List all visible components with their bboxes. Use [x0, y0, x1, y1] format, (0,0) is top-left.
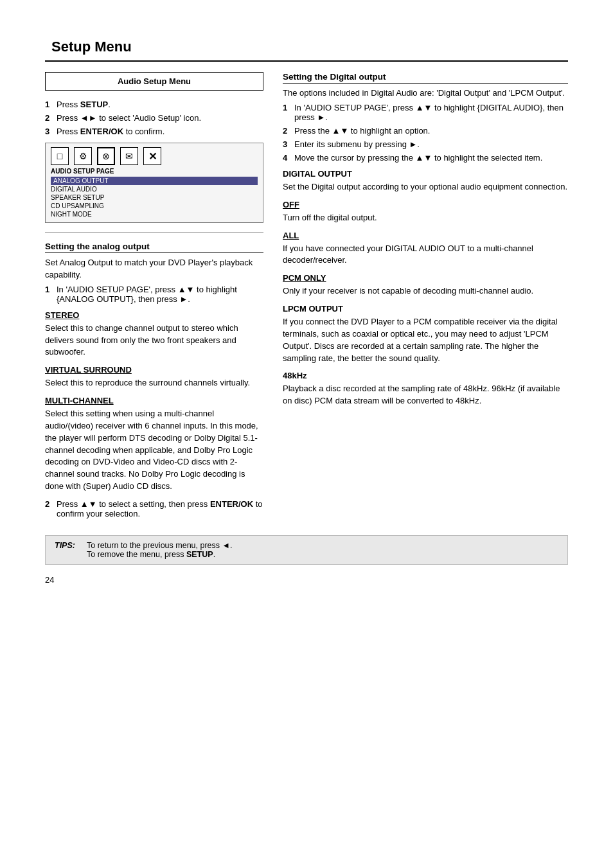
- page-title: Setup Menu: [51, 39, 568, 55]
- right-column: Setting the Digital output The options i…: [283, 72, 568, 522]
- digital-step-4: 4 Move the cursor by pressing the ▲▼ to …: [283, 153, 568, 163]
- diagram-menu-night: NIGHT MODE: [51, 210, 258, 218]
- tips-box: TIPS: To return to the previous menu, pr…: [45, 535, 568, 565]
- digital-output-heading: DIGITAL OUTPUT: [283, 169, 568, 179]
- stereo-text: Select this to change channel output to …: [45, 323, 263, 359]
- digital-section-title: Setting the Digital output: [283, 72, 568, 84]
- analog-intro: Set Analog Output to match your DVD Play…: [45, 257, 263, 281]
- digital-output-intro: Set the Digital output according to your…: [283, 181, 568, 193]
- pcm-only-heading: PCM ONLY: [283, 273, 568, 283]
- digital-step-1: 1 In 'AUDIO SETUP PAGE', press ▲▼ to hig…: [283, 103, 568, 122]
- analog-section-title: Setting the analog output: [45, 242, 263, 253]
- digital-step-3: 3 Enter its submenu by pressing ►.: [283, 139, 568, 149]
- lpcm-output-heading: LPCM OUTPUT: [283, 304, 568, 314]
- step-2-left: 2 Press ◄► to select 'Audio Setup' icon.: [45, 113, 263, 123]
- analog-step-1: 1 In 'AUDIO SETUP PAGE', press ▲▼ to hig…: [45, 285, 263, 304]
- diagram-menu-speaker: SPEAKER SETUP: [51, 193, 258, 202]
- diagram-mail-icon: ✉: [120, 147, 138, 165]
- pcm-only-text: Only if your receiver is not capable of …: [283, 285, 568, 297]
- digital-step-2: 2 Press the ▲▼ to highlight an option.: [283, 126, 568, 136]
- tips-line-2: To remove the menu, press SETUP.: [87, 550, 558, 559]
- audio-setup-box-title: Audio Setup Menu: [52, 76, 256, 86]
- analog-step-2: 2 Press ▲▼ to select a setting, then pre…: [45, 499, 263, 518]
- tips-label: TIPS:: [55, 541, 80, 559]
- 48khz-heading: 48kHz: [283, 371, 568, 380]
- diagram-menu-list: ANALOG OUTPUT DIGITAL AUDIO SPEAKER SETU…: [51, 177, 258, 218]
- all-heading: ALL: [283, 231, 568, 240]
- audio-setup-box: Audio Setup Menu: [45, 72, 263, 91]
- diagram-icons-row: □ ⚙ ⊗ ✉ ✕: [51, 147, 258, 165]
- diagram-menu-digital: DIGITAL AUDIO: [51, 185, 258, 193]
- digital-intro: The options included in Digital Audio ar…: [283, 87, 568, 100]
- diagram-page-label: AUDIO SETUP PAGE: [51, 168, 258, 175]
- stereo-heading: STEREO: [45, 310, 263, 320]
- step-3-left: 3 Press ENTER/OK to confirm.: [45, 127, 263, 136]
- diagram-menu-cd: CD UPSAMPLING: [51, 202, 258, 210]
- step-1: 1 Press SETUP.: [45, 100, 263, 109]
- diagram-page-icon: □: [51, 147, 69, 165]
- diagram-menu-analog: ANALOG OUTPUT: [51, 177, 258, 185]
- tips-content: To return to the previous menu, press ◄.…: [87, 541, 558, 559]
- diagram-settings-icon: ⚙: [74, 147, 92, 165]
- virtual-surround-text: Select this to reproduce the surround ch…: [45, 377, 263, 389]
- lpcm-output-text: If you connect the DVD Player to a PCM c…: [283, 316, 568, 364]
- multi-channel-heading: MULTI-CHANNEL: [45, 396, 263, 405]
- 48khz-text: Playback a disc recorded at the sampling…: [283, 383, 568, 407]
- left-column: Audio Setup Menu 1 Press SETUP. 2 Press …: [45, 72, 263, 522]
- virtual-surround-heading: VIRTUAL SURROUND: [45, 365, 263, 375]
- page-number: 24: [45, 575, 568, 585]
- all-text: If you have connected your DIGITAL AUDIO…: [283, 243, 568, 267]
- diagram-close-icon: ✕: [143, 147, 161, 165]
- off-heading: OFF: [283, 200, 568, 209]
- multi-channel-text: Select this setting when using a multi-c…: [45, 408, 263, 493]
- tips-line-1: To return to the previous menu, press ◄.: [87, 541, 558, 550]
- diagram-globe-icon: ⊗: [97, 147, 115, 165]
- audio-setup-diagram: □ ⚙ ⊗ ✉ ✕ AUDIO SETUP PAGE ANALOG OUTPUT…: [45, 143, 263, 223]
- off-text: Turn off the digital output.: [283, 212, 568, 224]
